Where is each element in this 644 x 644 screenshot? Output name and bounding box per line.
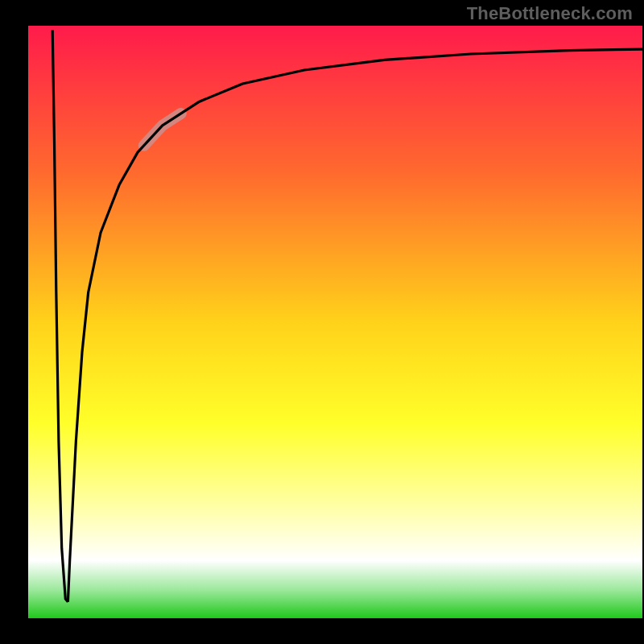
chart-frame: TheBottleneck.com (0, 0, 644, 644)
watermark-text: TheBottleneck.com (467, 3, 633, 24)
plot-background (27, 24, 644, 620)
chart-svg (0, 0, 644, 644)
